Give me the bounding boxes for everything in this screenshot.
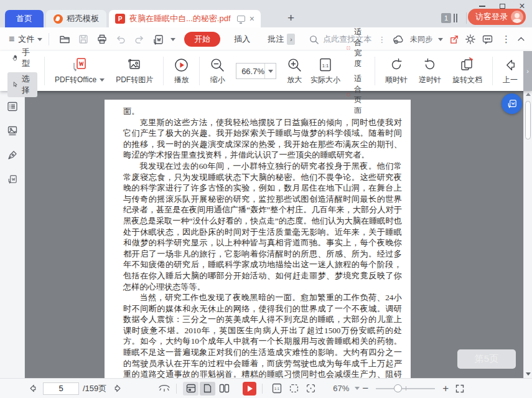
open-file-button[interactable]: [58, 33, 71, 45]
images-panel-icon[interactable]: [7, 125, 18, 136]
minimize-button[interactable]: [472, 0, 492, 12]
undo-button[interactable]: [114, 33, 127, 45]
fullscreen-button[interactable]: [455, 384, 465, 394]
tab-home[interactable]: 首页: [5, 10, 44, 27]
play-triangle-icon: [248, 386, 253, 392]
tab-list-icon[interactable]: [454, 14, 457, 22]
maximize-button[interactable]: [492, 0, 512, 12]
scroll-up-icon[interactable]: [526, 93, 531, 96]
toolbar-expand-strip[interactable]: ›: [523, 51, 532, 91]
rotate-clockwise-button[interactable]: 顺时针: [380, 53, 413, 89]
menu-comment[interactable]: 批注: [259, 34, 287, 45]
zoom-percent-dropdown-icon[interactable]: [355, 387, 360, 390]
previous-page-button[interactable]: 上一: [497, 53, 523, 89]
new-tab-button[interactable]: +: [287, 11, 294, 25]
print-button[interactable]: [96, 33, 108, 45]
pdf-to-image-icon: [126, 57, 142, 73]
fit-width-button[interactable]: 适合宽度: [347, 27, 366, 69]
zoom-level-value: 66.7%: [236, 67, 264, 76]
zoom-plus-button[interactable]: +: [440, 382, 451, 395]
fit-page-icon: [347, 90, 350, 99]
chevron-down-icon: [100, 78, 105, 82]
zoom-out-label: 缩小: [210, 75, 225, 85]
hand-tool-button[interactable]: 手型: [7, 45, 37, 70]
two-page-view-button[interactable]: [217, 382, 232, 396]
tab-document[interactable]: P 夜脑在睡眠中自...的秘密.pdf ×: [109, 10, 261, 27]
menu-insert[interactable]: 插入: [225, 34, 259, 45]
actual-size-status-button[interactable]: 1:1: [272, 383, 282, 394]
fit-options: 适合宽度 适合页面: [347, 27, 366, 116]
rotate-counterclockwise-button[interactable]: 逆时针: [413, 53, 447, 89]
share-icon[interactable]: [449, 34, 459, 45]
total-pages-label: /159页: [83, 383, 106, 394]
slider-thumb[interactable]: [394, 384, 402, 392]
next-page-icon[interactable]: [113, 383, 123, 394]
pdf-to-office-button[interactable]: PDF转Office: [49, 53, 110, 89]
fit-page-label: 适合页面: [354, 73, 366, 116]
document-viewport[interactable]: 面。克里斯的这些方法，使我轻松地摆脱了日益癫狂的倾向，同时也使我对它们产生了极大…: [25, 91, 523, 378]
titlebar: 首页 稻壳模板 P 夜脑在睡眠中自...的秘密.pdf × + 1 访客登录: [0, 0, 532, 27]
menu-start[interactable]: 开始: [184, 32, 220, 47]
vertical-scrollbar[interactable]: [523, 91, 532, 378]
guest-login-label: 访客登录: [475, 11, 508, 22]
reading-layout-button[interactable]: [183, 382, 198, 396]
slideshow-play-button[interactable]: [243, 382, 256, 396]
zoom-slider[interactable]: [376, 384, 435, 393]
fit-width-status-button[interactable]: [306, 384, 315, 393]
more-tabs-expander[interactable]: ›: [287, 34, 295, 45]
export-to-word-button[interactable]: [152, 33, 164, 45]
send-to-desktop-icon[interactable]: [237, 16, 245, 22]
pdf-to-image-button[interactable]: PDF转图片: [110, 53, 159, 89]
zoom-minus-button[interactable]: −: [360, 382, 371, 395]
page-number-input[interactable]: [43, 382, 79, 395]
redo-button[interactable]: [133, 33, 146, 45]
more-options-icon[interactable]: ⋮: [502, 34, 511, 45]
close-button[interactable]: ×: [512, 0, 532, 12]
tab-docer[interactable]: 稻壳模板: [46, 10, 106, 27]
prev-page-icon[interactable]: [27, 383, 38, 394]
feedback-icon[interactable]: [482, 34, 493, 45]
avatar-icon: [511, 11, 523, 23]
eye-protect-icon[interactable]: [158, 384, 170, 394]
tab-count-group[interactable]: 1: [441, 13, 457, 23]
file-menu[interactable]: 文件: [18, 34, 34, 45]
save-button[interactable]: [77, 33, 90, 45]
paragraph: 克里斯的这些方法，使我轻松地摆脱了日益癫狂的倾向，同时也使我对它们产生了极大的兴…: [123, 117, 402, 161]
zoom-out-button[interactable]: 缩小: [204, 53, 231, 89]
fit-page-button[interactable]: 适合页面: [347, 73, 366, 116]
actual-size-button[interactable]: 1:1 实际大小: [308, 53, 343, 89]
tab-close-icon[interactable]: ×: [250, 14, 254, 24]
gear-icon[interactable]: [465, 34, 476, 45]
pdf-to-office-label: PDF转Office: [55, 75, 96, 85]
tab-document-title: 夜脑在睡眠中自...的秘密.pdf: [129, 13, 233, 24]
fit-width-icon: [347, 44, 350, 52]
pdf-file-icon: P: [115, 14, 125, 24]
fit-width-status-icon: [306, 384, 315, 393]
svg-text:1:1: 1:1: [274, 387, 279, 391]
scrollbar-thumb[interactable]: [525, 101, 531, 140]
zoom-in-button[interactable]: 放大: [281, 53, 308, 89]
zoom-percent-label[interactable]: 67%: [333, 384, 349, 393]
hamburger-icon[interactable]: ≡: [9, 34, 14, 45]
sync-dropdown-icon[interactable]: [438, 38, 443, 41]
zoom-level-combobox[interactable]: 66.7%: [236, 63, 276, 79]
search-options-icon[interactable]: ⋮: [378, 35, 386, 44]
collapse-toolbar-icon[interactable]: [516, 35, 526, 44]
select-tool-button[interactable]: 选择: [7, 72, 37, 97]
annotation-pen-icon[interactable]: [7, 149, 18, 161]
play-button[interactable]: 播放: [168, 53, 195, 89]
convert-floating-button[interactable]: [502, 93, 522, 114]
cloud-offline-icon[interactable]: [392, 34, 404, 45]
outline-panel-icon[interactable]: [7, 101, 18, 112]
convert-panel-icon[interactable]: [7, 174, 18, 185]
rotate-document-button[interactable]: 旋转文档: [447, 53, 488, 89]
pdf-page[interactable]: 面。克里斯的这些方法，使我轻松地摆脱了日益癫狂的倾向，同时也使我对它们产生了极大…: [105, 100, 411, 378]
fit-page-status-button[interactable]: [289, 384, 299, 393]
sync-status-label[interactable]: 未同步: [410, 34, 432, 45]
single-page-view-button[interactable]: [200, 382, 215, 396]
chevron-down-icon[interactable]: [170, 38, 175, 41]
scroll-down-icon[interactable]: [526, 372, 531, 376]
maximize-icon: [500, 4, 505, 9]
start-label: 开始: [194, 34, 210, 45]
zoom-dropdown-button[interactable]: [264, 64, 276, 78]
